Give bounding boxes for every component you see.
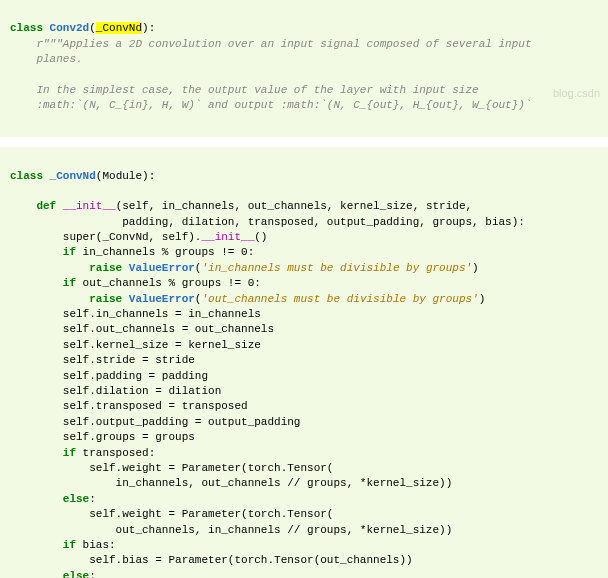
colon: : xyxy=(89,493,96,505)
string: 'out_channels must be divisible by group… xyxy=(201,293,478,305)
keyword-def: def xyxy=(10,200,63,212)
keyword-if: if xyxy=(10,447,76,459)
code-line: self.dilation = dilation xyxy=(10,385,221,397)
p: ) xyxy=(472,262,479,274)
cond: in_channels % groups != 0: xyxy=(76,246,254,258)
p: ) xyxy=(479,293,486,305)
code-line: self.in_channels = in_channels xyxy=(10,308,261,320)
code-line: if in_channels % groups != 0: xyxy=(10,246,254,258)
super-call: super(_ConvNd, self). xyxy=(10,231,201,243)
code-line: if out_channels % groups != 0: xyxy=(10,277,261,289)
class-name: Conv2d xyxy=(50,22,90,34)
keyword-if: if xyxy=(10,246,76,258)
code-line: else: xyxy=(10,493,96,505)
docstring-line: planes. xyxy=(10,53,83,65)
params: (self, in_channels, out_channels, kernel… xyxy=(116,200,472,212)
docstring-line: :math:`(N, C_{in}, H, W)` and output :ma… xyxy=(10,99,532,111)
code-line: else: xyxy=(10,570,96,578)
watermark-text: blog.csdn xyxy=(553,86,600,101)
keyword-else: else xyxy=(10,570,89,578)
keyword-class: class xyxy=(10,22,50,34)
keyword-class: class xyxy=(10,170,50,182)
code-line: self.bias = Parameter(torch.Tensor(out_c… xyxy=(10,554,413,566)
base: (Module): xyxy=(96,170,155,182)
paren: ( xyxy=(89,22,96,34)
code-line: self.output_padding = output_padding xyxy=(10,416,300,428)
code-line: in_channels, out_channels // groups, *ke… xyxy=(10,477,452,489)
code-line: padding, dilation, transposed, output_pa… xyxy=(10,216,525,228)
call: () xyxy=(254,231,267,243)
code-line: self.kernel_size = kernel_size xyxy=(10,339,261,351)
base-class-highlight: _ConvNd xyxy=(96,22,142,34)
dunder: __init__ xyxy=(201,231,254,243)
string: 'in_channels must be divisible by groups… xyxy=(201,262,472,274)
code-line: def __init__(self, in_channels, out_chan… xyxy=(10,200,472,212)
cond: bias: xyxy=(76,539,116,551)
keyword-else: else xyxy=(10,493,89,505)
code-line: raise ValueError('in_channels must be di… xyxy=(10,262,479,274)
exc: ValueError xyxy=(129,293,195,305)
method-init: __init__ xyxy=(63,200,116,212)
keyword-raise: raise xyxy=(10,262,129,274)
code-line: if bias: xyxy=(10,539,116,551)
code-line: self.out_channels = out_channels xyxy=(10,323,274,335)
code-line: self.weight = Parameter(torch.Tensor( xyxy=(10,462,333,474)
cond: transposed: xyxy=(76,447,155,459)
code-line: out_channels, in_channels // groups, *ke… xyxy=(10,524,452,536)
code-line: self.transposed = transposed xyxy=(10,400,248,412)
exc: ValueError xyxy=(129,262,195,274)
keyword-if: if xyxy=(10,277,76,289)
code-line: if transposed: xyxy=(10,447,155,459)
colon: : xyxy=(89,570,96,578)
keyword-if: if xyxy=(10,539,76,551)
code-line: self.groups = groups xyxy=(10,431,195,443)
block-separator xyxy=(0,137,608,147)
paren-close: ): xyxy=(142,22,155,34)
keyword-raise: raise xyxy=(10,293,129,305)
docstring-line: In the simplest case, the output value o… xyxy=(10,84,479,96)
code-line: class _ConvNd(Module): xyxy=(10,170,155,182)
code-line: self.weight = Parameter(torch.Tensor( xyxy=(10,508,333,520)
code-line: super(_ConvNd, self).__init__() xyxy=(10,231,267,243)
code-line: raise ValueError('out_channels must be d… xyxy=(10,293,485,305)
docstring-line: r"""Applies a 2D convolution over an inp… xyxy=(10,38,532,50)
code-line: self.stride = stride xyxy=(10,354,195,366)
code-block-conv2d: class Conv2d(_ConvNd): r"""Applies a 2D … xyxy=(0,0,608,137)
code-block-convnd: class _ConvNd(Module): def __init__(self… xyxy=(0,147,608,578)
code-line: self.padding = padding xyxy=(10,370,208,382)
class-name: _ConvNd xyxy=(50,170,96,182)
cond: out_channels % groups != 0: xyxy=(76,277,261,289)
code-line: class Conv2d(_ConvNd): xyxy=(10,22,155,34)
